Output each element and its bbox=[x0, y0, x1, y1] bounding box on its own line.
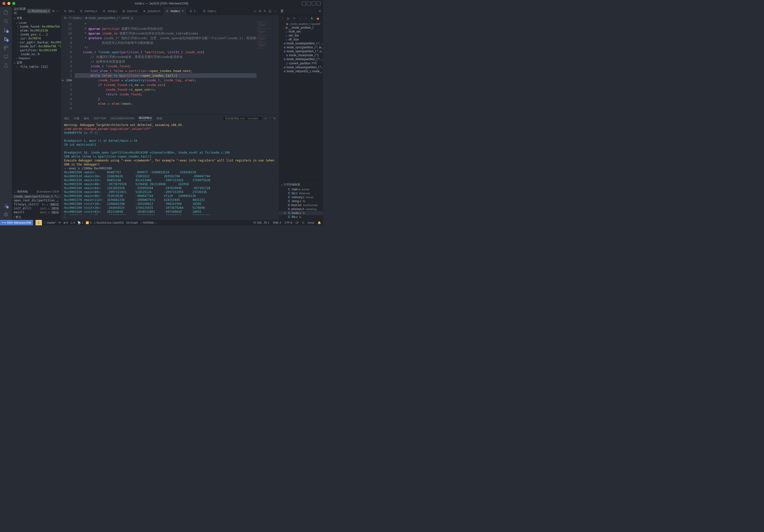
variable-row[interactable]: ›inode_buf: 0xc009ef98 "\330\35... bbox=[12, 44, 61, 48]
step-into-icon[interactable]: ↓ bbox=[298, 16, 302, 21]
close-window-button[interactable] bbox=[2, 2, 5, 5]
errors-count[interactable]: ⊗ 0 bbox=[63, 221, 68, 224]
step-over-icon[interactable]: ↷ bbox=[292, 16, 296, 21]
callstack-frame[interactable]: main()main.c21:1 bbox=[12, 210, 61, 214]
more-actions-icon[interactable]: ⋯ bbox=[274, 9, 277, 13]
callstack-frame[interactable]: init_all()init.c27:1 bbox=[12, 206, 61, 210]
panel-tab[interactable]: 调试控制台 bbox=[139, 116, 152, 121]
testing-icon[interactable] bbox=[2, 62, 9, 69]
code-editor[interactable]: * * @param partition 需要打开的inode所在的分区 * @… bbox=[75, 21, 257, 114]
open-editor-item[interactable]: Cmain.ckernel bbox=[279, 187, 323, 191]
source-control-icon[interactable]: 3 bbox=[2, 27, 9, 34]
section-breakpoints[interactable]: ›断点 bbox=[12, 214, 61, 220]
editor-tab[interactable]: Clist.c bbox=[61, 7, 77, 15]
forwarded-ports[interactable]: 📡 1 bbox=[78, 221, 83, 224]
minimize-window-button[interactable] bbox=[7, 2, 10, 5]
toggle-panel-bottom-icon[interactable] bbox=[307, 1, 311, 5]
minimap[interactable]: * * @param partition 需要打开的inode所在的分区 * @… bbox=[257, 21, 279, 114]
os-indicator[interactable]: Linux bbox=[308, 221, 314, 224]
section-callstack[interactable]: ⌄调用堆栈 因 breakpoint 已暂停 bbox=[12, 189, 61, 195]
outline-item[interactable]: ⌄⊟__inode_position_t bbox=[279, 26, 323, 30]
editor-tab[interactable]: Cmemory.c bbox=[77, 7, 100, 15]
editor-tab[interactable]: Cinode.c✕ bbox=[163, 7, 187, 15]
editor-tab[interactable]: ⎘boot.inc bbox=[119, 7, 140, 15]
editor-tab[interactable]: Cstring.c bbox=[100, 7, 120, 15]
debug-config-selector[interactable]: ▷ RunOnLinu ▾ bbox=[27, 9, 51, 13]
open-editor-item[interactable]: Cfile.cfs bbox=[279, 215, 323, 219]
filter-input[interactable] bbox=[223, 116, 263, 120]
outline-item[interactable]: ◇sec_lba bbox=[279, 34, 323, 38]
open-editor-item[interactable]: Clist.clib/kernel bbox=[279, 191, 323, 195]
variable-row[interactable]: ›cur_pgdir_backup: 0xc00139d0 <... bbox=[12, 41, 61, 44]
open-editor-item[interactable]: Cstring.clib bbox=[279, 199, 323, 203]
open-editor-item[interactable]: hprocess.huserprog bbox=[279, 207, 323, 211]
watch-row[interactable]: ›file_table: [32] bbox=[12, 65, 61, 69]
outline-item[interactable]: ⊕inode_release(partition_t *,... bbox=[279, 65, 323, 69]
warnings-count[interactable]: ⚠ 0 bbox=[70, 221, 75, 224]
close-tab-icon[interactable]: ✕ bbox=[181, 9, 184, 13]
sync-icon[interactable]: ⟳ bbox=[59, 221, 61, 224]
section-variables[interactable]: ⌄变量 bbox=[12, 16, 61, 21]
editor-tab[interactable]: Cf... bbox=[187, 7, 200, 15]
extensions-icon[interactable] bbox=[2, 44, 9, 51]
variable-row[interactable]: ›inode_pos: {...} bbox=[12, 33, 61, 37]
panel-tab[interactable]: JUPYTER bbox=[94, 117, 106, 120]
section-locals[interactable]: ⌄Locals bbox=[12, 21, 61, 25]
toggle-panel-right-icon[interactable] bbox=[312, 1, 316, 5]
outline-item[interactable]: ◇multi_sec bbox=[279, 30, 323, 34]
panel-tab[interactable]: 问题 bbox=[74, 116, 80, 120]
outline-item[interactable]: ⊕inode_open(partition_t *, u... bbox=[279, 49, 323, 53]
cursor-position[interactable]: 行 106，列 1 bbox=[254, 221, 269, 225]
indent-setting[interactable]: 空格: 4 bbox=[273, 221, 281, 225]
close-editor-icon[interactable]: ✕ bbox=[284, 211, 286, 215]
outline-item[interactable]: ⊕inode_init(uint32_t, inode_... bbox=[279, 69, 323, 73]
more-icon[interactable]: ⋯ bbox=[56, 9, 59, 13]
editor-tab[interactable]: Cmain.c bbox=[200, 7, 219, 15]
section-watch[interactable]: ⌄监视 bbox=[12, 60, 61, 65]
history-icon[interactable]: ↻ bbox=[264, 9, 266, 13]
maximize-window-button[interactable] bbox=[12, 2, 15, 5]
panel-tab[interactable]: 输出 bbox=[84, 116, 89, 120]
open-editor-item[interactable]: ⎘boot.incboot/include bbox=[279, 203, 323, 207]
debug-line-icon[interactable]: ⋮ bbox=[280, 16, 285, 21]
settings-gear-icon[interactable] bbox=[2, 211, 9, 218]
accounts-icon[interactable]: 1 bbox=[2, 202, 9, 209]
panel-tab[interactable]: 终端 bbox=[157, 116, 162, 120]
language-mode[interactable]: C bbox=[302, 221, 304, 224]
debug-console-input[interactable]: › bbox=[61, 215, 279, 220]
gear-icon[interactable]: ⚙ bbox=[52, 9, 55, 13]
callstack-frame[interactable]: inode_open(partition_t * partiti bbox=[12, 195, 61, 198]
explorer-icon[interactable] bbox=[2, 9, 9, 16]
callstack-frame[interactable]: open_root_dir(partition_t * parti bbox=[12, 198, 61, 202]
run-file-icon[interactable]: ▷ bbox=[254, 9, 257, 13]
panel-maximize-icon[interactable]: ⌃ bbox=[269, 117, 271, 120]
run-task[interactable]: ▷ RunOnLinux (JackOS) bbox=[94, 221, 124, 224]
continue-icon[interactable]: ▷ bbox=[286, 16, 290, 21]
line-gutter[interactable]: 121110987654321106123456 bbox=[61, 21, 75, 114]
step-out-icon[interactable]: ↑ bbox=[304, 16, 308, 21]
variable-row[interactable]: ›elem: 0xc0014138 bbox=[12, 29, 61, 33]
section-registers[interactable]: ›Registers bbox=[12, 56, 61, 60]
variable-row[interactable]: ›partition: 0xc0014100 bbox=[12, 48, 61, 52]
outline-item[interactable]: ⊕inode_delete(partition_t *, ... bbox=[279, 57, 323, 61]
outline-item[interactable]: ⊟_inode_position_t typedef bbox=[279, 22, 323, 26]
panel-close-icon[interactable]: ✕ bbox=[319, 9, 321, 13]
outline-item[interactable]: ⊕inode_close(inode_t *) bbox=[279, 53, 323, 57]
variable-row[interactable]: ›inode_found: 0xc009efb4 bbox=[12, 25, 61, 29]
open-editors-title[interactable]: ⌄打开的编辑器 bbox=[279, 182, 323, 187]
panel-tab[interactable]: DOCUMENTATION bbox=[110, 117, 134, 120]
callstack-frame[interactable]: filesys_init()fs.c341:1 bbox=[12, 202, 61, 206]
panel-settings-icon[interactable]: ≡ bbox=[265, 117, 266, 120]
panel-tab[interactable]: 端口 bbox=[64, 116, 70, 120]
search-icon[interactable] bbox=[2, 18, 9, 25]
customize-layout-icon[interactable] bbox=[317, 1, 320, 5]
outline-item[interactable]: ◇off_size bbox=[279, 38, 323, 41]
outline-item[interactable]: ⊕inode_sync(partition_t *, in... bbox=[279, 45, 323, 49]
compare-icon[interactable]: ⧉ bbox=[259, 9, 261, 13]
variable-row[interactable]: inode_no: 0 bbox=[12, 52, 61, 56]
outline-item[interactable]: [·]current_partition 声明 bbox=[279, 61, 323, 65]
git-graph[interactable]: Git Graph bbox=[126, 221, 138, 224]
outline-tab-icon[interactable]: ☰ bbox=[281, 9, 284, 13]
remote-explorer-icon[interactable] bbox=[2, 53, 9, 60]
status-warning-badge[interactable]: ⚠ bbox=[36, 220, 42, 225]
